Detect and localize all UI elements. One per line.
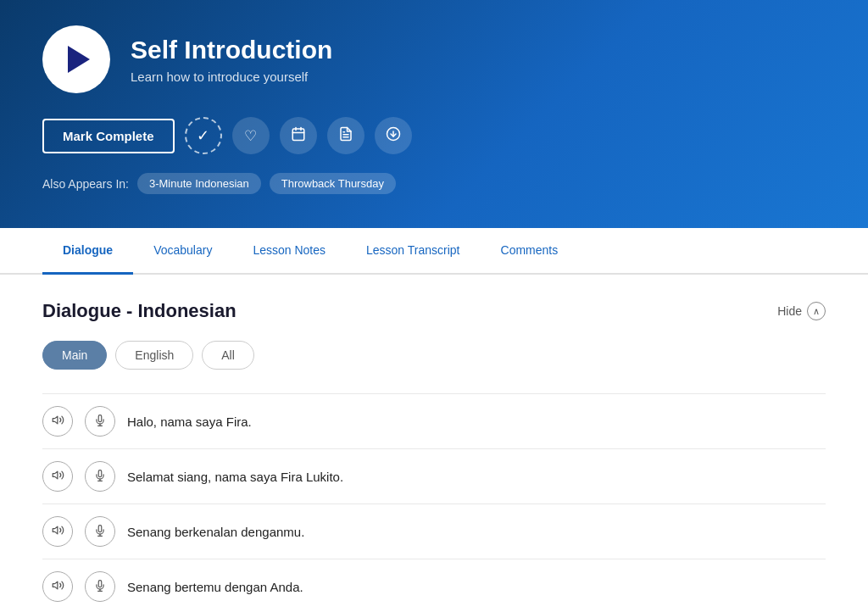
notes-icon [338,126,353,146]
chevron-up-icon: ∧ [807,302,826,320]
hide-label: Hide [777,304,802,318]
notes-button[interactable] [327,117,364,154]
speaker-icon [52,579,64,594]
appears-in-row: Also Appears In: 3-Minute Indonesian Thr… [42,173,826,194]
mic-icon [94,414,106,429]
tab-lesson-notes[interactable]: Lesson Notes [232,228,346,275]
mic-button-3[interactable] [85,516,115,547]
actions-row: Mark Complete ✓ ♡ [42,117,826,154]
lesson-title-block: Self Introduction Learn how to introduce… [131,36,332,84]
mic-button-1[interactable] [85,406,115,437]
svg-marker-8 [53,416,58,424]
tab-dialogue[interactable]: Dialogue [42,228,133,275]
tab-lesson-transcript[interactable]: Lesson Transcript [346,228,481,275]
audio-play-button-1[interactable] [42,406,73,437]
dialogue-line-text-4: Senang bertemu dengan Anda. [127,580,303,594]
svg-rect-0 [292,129,304,141]
play-button[interactable] [42,25,110,93]
mic-button-2[interactable] [85,461,115,492]
table-row: Senang bertemu dengan Anda. [42,559,826,612]
svg-marker-11 [53,471,58,479]
table-row: Senang berkenalan denganmu. [42,504,826,559]
speaker-icon [52,524,64,539]
lesson-header: Self Introduction Learn how to introduce… [0,0,868,228]
dialogue-header: Dialogue - Indonesian Hide ∧ [42,300,826,322]
dialogue-line-text-3: Senang berkenalan denganmu. [127,525,304,539]
audio-play-button-4[interactable] [42,571,73,602]
mic-icon [94,580,106,594]
header-top: Self Introduction Learn how to introduce… [42,25,826,93]
calendar-icon [291,126,306,146]
nav-tabs: Dialogue Vocabulary Lesson Notes Lesson … [0,228,868,275]
mic-icon [94,470,106,484]
tab-vocabulary[interactable]: Vocabulary [133,228,232,275]
check-circle-button[interactable]: ✓ [185,117,222,154]
lesson-title: Self Introduction [131,36,332,64]
filter-row: Main English All [42,341,826,370]
svg-marker-17 [53,581,58,589]
tab-comments[interactable]: Comments [481,228,579,275]
table-row: Halo, nama saya Fira. [42,393,826,449]
heart-icon: ♡ [244,127,257,145]
download-icon [386,126,401,146]
svg-marker-14 [53,526,58,534]
download-button[interactable] [375,117,412,154]
appears-in-label: Also Appears In: [42,177,129,191]
dialogue-lines: Halo, nama saya Fira. [42,393,826,612]
mic-button-4[interactable] [85,571,115,602]
audio-play-button-3[interactable] [42,516,73,547]
tag-throwback-thursday[interactable]: Throwback Thursday [270,173,396,194]
filter-all-button[interactable]: All [202,341,254,370]
audio-play-button-2[interactable] [42,461,73,492]
filter-main-button[interactable]: Main [42,341,107,370]
mic-icon [94,525,106,539]
hide-button[interactable]: Hide ∧ [777,302,826,320]
check-icon: ✓ [197,126,209,145]
dialogue-title: Dialogue - Indonesian [42,300,236,322]
heart-button[interactable]: ♡ [232,117,270,154]
play-icon [68,46,90,73]
mark-complete-button[interactable]: Mark Complete [42,119,175,153]
lesson-subtitle: Learn how to introduce yourself [131,70,332,84]
calendar-button[interactable] [280,117,317,154]
speaker-icon [52,469,64,484]
main-content: Dialogue - Indonesian Hide ∧ Main Englis… [0,275,868,612]
speaker-icon [52,414,64,429]
dialogue-line-text-1: Halo, nama saya Fira. [127,414,252,429]
dialogue-line-text-2: Selamat siang, nama saya Fira Lukito. [127,470,343,484]
filter-english-button[interactable]: English [115,341,193,370]
tag-3min-indonesian[interactable]: 3-Minute Indonesian [137,173,261,194]
table-row: Selamat siang, nama saya Fira Lukito. [42,449,826,504]
